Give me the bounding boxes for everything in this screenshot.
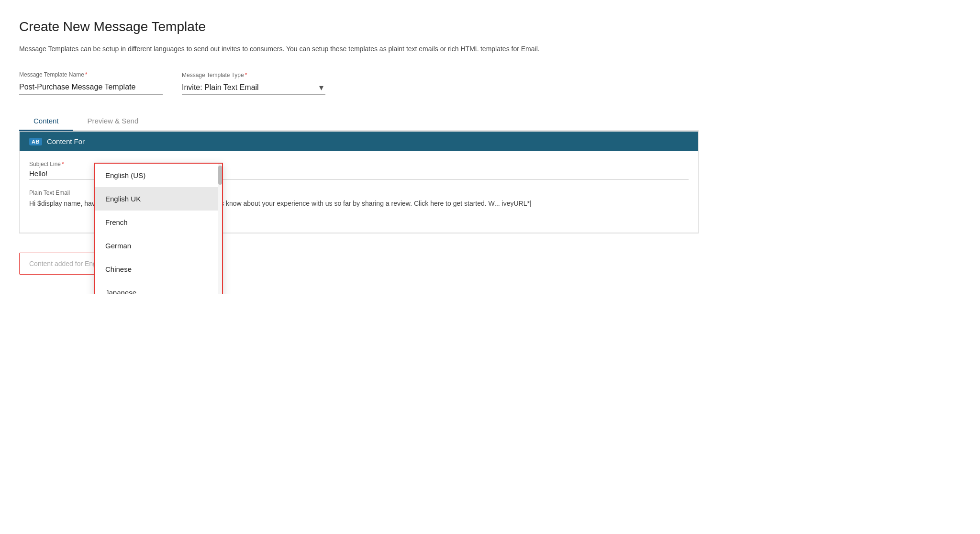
dropdown-item-german[interactable]: German (95, 234, 222, 257)
template-name-input[interactable] (19, 80, 163, 95)
page-container: Create New Message Template Message Temp… (0, 0, 718, 294)
form-row: Message Template Name* Message Template … (19, 71, 699, 95)
template-type-label: Message Template Type* (182, 72, 325, 78)
dropdown-scrollbar-thumb (218, 166, 222, 185)
content-for-label: Content For (47, 137, 85, 145)
dropdown-item-french[interactable]: French (95, 211, 222, 234)
dropdown-item-english-us[interactable]: English (US) (95, 164, 222, 187)
tabs-row: Content Preview & Send (19, 112, 699, 131)
dropdown-scrollbar[interactable] (218, 164, 222, 294)
dropdown-item-english-uk[interactable]: English UK (95, 187, 222, 211)
template-type-select[interactable]: Invite: Plain Text Email (182, 83, 325, 91)
tab-preview-send[interactable]: Preview & Send (73, 112, 153, 131)
ab-badge: AB (29, 138, 42, 145)
page-title: Create New Message Template (19, 19, 699, 34)
dropdown-item-chinese[interactable]: Chinese (95, 257, 222, 281)
template-name-label: Message Template Name* (19, 71, 163, 78)
tab-content[interactable]: Content (19, 112, 73, 131)
template-name-field: Message Template Name* (19, 71, 163, 95)
template-type-field: Message Template Type* Invite: Plain Tex… (182, 72, 325, 95)
language-dropdown[interactable]: English (US) English UK French German Ch… (94, 163, 223, 294)
template-type-select-wrapper[interactable]: Invite: Plain Text Email ▾ (182, 80, 325, 95)
page-description: Message Templates can be setup in differ… (19, 44, 699, 54)
dropdown-item-japanese[interactable]: Japanese (95, 281, 222, 294)
content-header: AB Content For (20, 132, 698, 151)
